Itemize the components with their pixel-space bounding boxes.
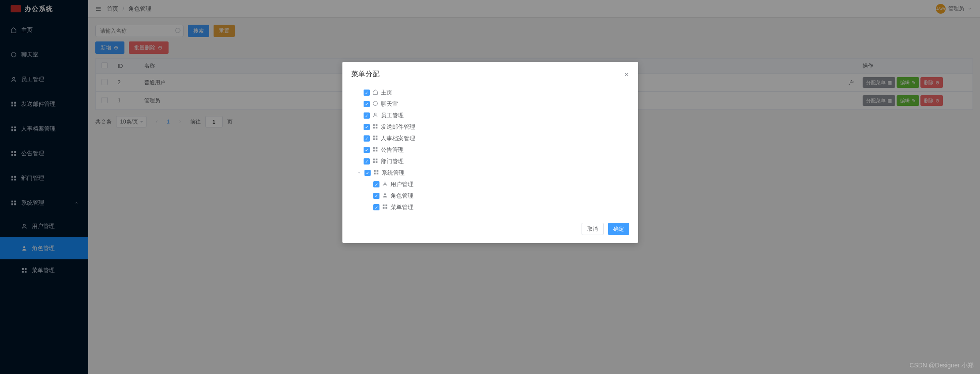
tree-node-label: 员工管理: [381, 112, 404, 120]
tree-node-label: 菜单管理: [390, 203, 413, 211]
svg-rect-53: [374, 173, 375, 175]
svg-rect-52: [376, 170, 378, 172]
svg-rect-54: [376, 173, 378, 175]
svg-rect-40: [373, 138, 375, 140]
svg-rect-37: [375, 127, 377, 129]
tree-checkbox[interactable]: ✓: [364, 124, 370, 130]
menu-assign-dialog: 菜单分配 ✕ ✓主页✓聊天室✓员工管理✓发送邮件管理✓人事档案管理✓公告管理✓部…: [342, 62, 638, 243]
tree-node-label: 主页: [381, 89, 392, 97]
tree-node[interactable]: ✓公告管理: [356, 144, 625, 156]
svg-rect-38: [373, 136, 375, 138]
svg-rect-41: [375, 138, 377, 140]
dialog-footer: 取消 确定: [342, 217, 638, 243]
tree-checkbox[interactable]: ✓: [364, 135, 370, 142]
grid-icon: [372, 135, 378, 142]
tree-node-label: 人事档案管理: [381, 135, 415, 142]
tree-node[interactable]: ✓部门管理: [356, 156, 625, 167]
tree-node[interactable]: ✓员工管理: [356, 110, 625, 121]
tree-checkbox[interactable]: ✓: [364, 90, 370, 96]
svg-rect-48: [373, 161, 375, 163]
svg-rect-58: [385, 205, 387, 206]
tree-node[interactable]: ✓角色管理: [356, 190, 625, 202]
close-icon[interactable]: ✕: [624, 71, 629, 78]
tree-node[interactable]: ✓菜单管理: [356, 202, 625, 213]
tree-checkbox[interactable]: ✓: [364, 158, 370, 165]
tree-node[interactable]: ✓发送邮件管理: [356, 121, 625, 133]
svg-rect-44: [373, 150, 375, 152]
tree-checkbox[interactable]: ✓: [373, 193, 379, 199]
tree-checkbox[interactable]: ✓: [373, 181, 379, 187]
dialog-header: 菜单分配 ✕: [342, 62, 638, 82]
grid-icon: [372, 146, 378, 153]
svg-rect-35: [375, 124, 377, 126]
svg-point-56: [384, 193, 386, 195]
home-icon: [372, 89, 378, 96]
caret-down-icon[interactable]: [357, 170, 362, 176]
svg-rect-36: [373, 127, 375, 129]
tree-node[interactable]: ✓人事档案管理: [356, 133, 625, 144]
svg-point-33: [374, 113, 376, 115]
user-icon: [372, 112, 378, 119]
confirm-button[interactable]: 确定: [608, 223, 629, 235]
svg-rect-46: [373, 159, 375, 161]
svg-rect-39: [375, 136, 377, 138]
tree-checkbox[interactable]: ✓: [373, 204, 379, 210]
chat-icon: [372, 101, 378, 108]
svg-rect-51: [374, 170, 375, 172]
svg-rect-47: [375, 159, 377, 161]
tree-checkbox[interactable]: ✓: [364, 147, 370, 153]
svg-rect-49: [375, 161, 377, 163]
watermark: CSDN @Designer 小郑: [909, 362, 974, 370]
svg-rect-43: [375, 147, 377, 149]
tree-node-label: 部门管理: [381, 157, 404, 165]
tree-node-label: 角色管理: [390, 192, 413, 200]
svg-rect-60: [385, 207, 387, 209]
grid-icon: [372, 123, 378, 131]
svg-rect-42: [373, 147, 375, 149]
svg-rect-34: [373, 124, 375, 126]
svg-marker-50: [358, 172, 360, 173]
grid-icon: [382, 204, 388, 211]
svg-rect-57: [383, 205, 384, 206]
tree-node[interactable]: ✓主页: [356, 87, 625, 98]
tree-node-label: 公告管理: [381, 146, 404, 154]
tree-node-label: 用户管理: [390, 180, 413, 188]
user-icon: [382, 181, 388, 188]
tree-node-label: 系统管理: [382, 169, 405, 177]
svg-rect-45: [375, 150, 377, 152]
tree-checkbox[interactable]: ✓: [364, 112, 370, 119]
cancel-button[interactable]: 取消: [582, 223, 604, 235]
tree-node[interactable]: ✓用户管理: [356, 179, 625, 190]
role-icon: [382, 192, 388, 199]
tree-node[interactable]: ✓聊天室: [356, 98, 625, 110]
tree-node-label: 发送邮件管理: [381, 123, 415, 131]
svg-point-55: [384, 182, 386, 183]
tree-node[interactable]: ✓系统管理: [356, 167, 625, 179]
grid-icon: [372, 158, 378, 165]
grid-icon: [373, 169, 379, 176]
tree-node-label: 聊天室: [381, 100, 398, 108]
dialog-body: ✓主页✓聊天室✓员工管理✓发送邮件管理✓人事档案管理✓公告管理✓部门管理✓系统管…: [342, 82, 638, 217]
svg-rect-59: [383, 207, 384, 209]
tree-checkbox[interactable]: ✓: [364, 170, 371, 176]
tree-checkbox[interactable]: ✓: [364, 101, 370, 107]
dialog-title: 菜单分配: [351, 70, 379, 79]
